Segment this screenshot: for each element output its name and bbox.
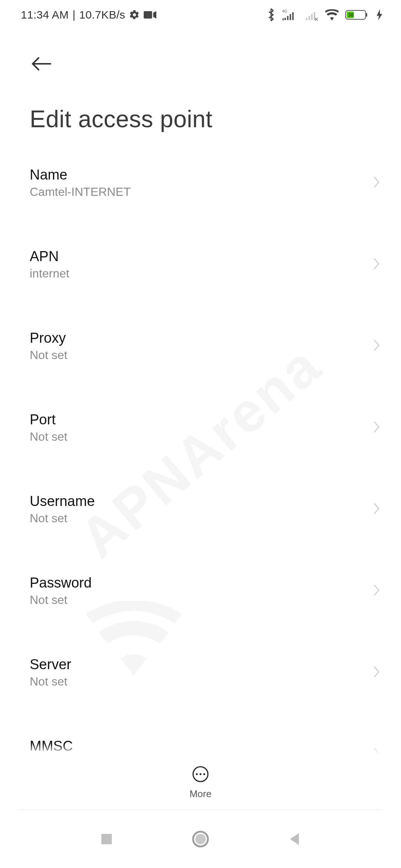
charging-icon — [376, 9, 382, 20]
arrow-left-icon — [31, 56, 52, 71]
status-left: 11:34 AM | 10.7KB/s — [21, 9, 156, 21]
row-port[interactable]: Port Not set — [30, 397, 381, 458]
back-button[interactable] — [30, 52, 53, 76]
row-username[interactable]: Username Not set — [30, 479, 381, 540]
wifi-icon — [325, 9, 339, 20]
svg-rect-7 — [309, 16, 310, 20]
chevron-right-icon — [372, 501, 381, 517]
svg-point-23 — [195, 834, 206, 844]
row-apn-title: APN — [30, 249, 69, 264]
gear-icon — [129, 9, 140, 20]
row-password-title: Password — [30, 575, 92, 591]
page-title: Edit access point — [0, 76, 401, 159]
svg-point-20 — [203, 773, 205, 775]
signal-nosim-icon — [304, 9, 319, 21]
bottom-action-bar: More — [0, 754, 401, 810]
row-apn-value: internet — [30, 267, 69, 280]
row-proxy-title: Proxy — [30, 330, 67, 346]
row-mmsc-title: MMSC — [30, 738, 73, 754]
chevron-right-icon — [372, 583, 381, 599]
svg-rect-21 — [101, 834, 112, 844]
svg-rect-0 — [144, 11, 152, 19]
chevron-right-icon — [372, 175, 381, 191]
svg-rect-6 — [306, 18, 307, 20]
row-proxy[interactable]: Proxy Not set — [30, 315, 381, 377]
row-mmsc[interactable]: MMSC Not set — [30, 723, 381, 754]
triangle-left-icon — [288, 832, 301, 846]
row-password[interactable]: Password Not set — [30, 560, 381, 622]
more-label: More — [189, 788, 211, 800]
row-proxy-value: Not set — [30, 348, 67, 362]
row-port-title: Port — [30, 412, 67, 428]
chevron-right-icon — [372, 338, 381, 354]
camera-icon — [144, 10, 156, 19]
system-nav-bar — [0, 810, 401, 868]
status-separator: | — [72, 9, 75, 21]
nav-recent-button[interactable] — [95, 828, 118, 850]
svg-point-18 — [196, 773, 198, 775]
svg-point-19 — [200, 773, 202, 775]
row-name[interactable]: Name Camtel-INTERNET — [30, 152, 381, 214]
signal-4g-icon: 4G — [282, 9, 297, 21]
row-server[interactable]: Server Not set — [30, 642, 381, 703]
nav-home-button[interactable] — [189, 828, 212, 850]
row-server-title: Server — [30, 657, 71, 673]
row-username-title: Username — [30, 493, 95, 509]
svg-rect-13 — [366, 13, 367, 17]
svg-rect-9 — [314, 12, 315, 20]
status-bar: 11:34 AM | 10.7KB/s 4G 38 — [0, 0, 401, 30]
nav-back-button[interactable] — [283, 828, 306, 850]
bluetooth-icon — [267, 9, 276, 21]
chevron-right-icon — [372, 746, 381, 754]
row-name-value: Camtel-INTERNET — [30, 185, 131, 199]
square-icon — [100, 832, 113, 846]
row-username-value: Not set — [30, 512, 95, 525]
chevron-right-icon — [372, 256, 381, 273]
chevron-right-icon — [372, 664, 381, 681]
status-net-speed: 10.7KB/s — [79, 9, 125, 21]
more-button[interactable]: More — [189, 765, 211, 800]
circle-icon — [192, 830, 209, 848]
status-time: 11:34 AM — [21, 9, 69, 21]
svg-rect-2 — [284, 18, 286, 20]
svg-text:4G: 4G — [282, 9, 287, 13]
chevron-right-icon — [372, 420, 381, 436]
row-apn[interactable]: APN internet — [30, 234, 381, 295]
svg-rect-3 — [287, 16, 288, 20]
svg-rect-5 — [292, 12, 294, 20]
row-port-value: Not set — [30, 430, 67, 444]
app-bar — [0, 30, 401, 76]
row-password-value: Not set — [30, 593, 92, 607]
row-server-value: Not set — [30, 675, 71, 688]
battery-icon: 38 — [345, 9, 370, 20]
svg-text:38: 38 — [348, 12, 354, 18]
row-name-title: Name — [30, 167, 131, 183]
more-icon — [192, 765, 209, 785]
status-right: 4G 38 — [267, 9, 382, 21]
svg-rect-4 — [290, 14, 291, 20]
settings-list: Name Camtel-INTERNET APN internet Proxy … — [0, 152, 401, 754]
svg-rect-8 — [311, 14, 313, 20]
